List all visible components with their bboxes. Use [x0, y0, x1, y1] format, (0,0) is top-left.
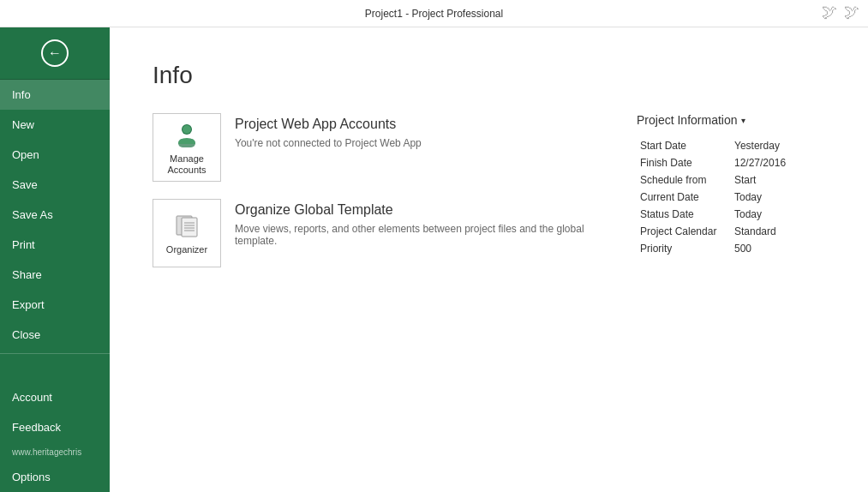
project-info-row: Current Date Today: [637, 189, 825, 206]
project-info-row: Start Date Yesterday: [637, 137, 825, 154]
project-info-label-5: Project Calendar: [637, 223, 731, 240]
manage-accounts-button[interactable]: ManageAccounts: [153, 113, 221, 182]
sidebar-item-share[interactable]: Share: [0, 260, 110, 290]
project-info-panel: Project Information ▾ Start Date Yesterd…: [637, 113, 825, 285]
project-info-value-3: Today: [731, 189, 825, 206]
project-info-label-3: Current Date: [637, 189, 731, 206]
project-info-row: Schedule from Start: [637, 171, 825, 189]
sidebar-item-account[interactable]: Account: [0, 382, 110, 412]
project-info-dropdown-arrow: ▾: [741, 116, 745, 125]
card-organizer-desc: Move views, reports, and other elements …: [235, 223, 602, 247]
card-manage-accounts-desc: You're not connected to Project Web App: [235, 137, 422, 149]
content-area: Info: [110, 27, 868, 492]
organizer-button[interactable]: Organizer: [153, 199, 221, 267]
sidebar-item-export[interactable]: Export: [0, 290, 110, 320]
decorative-birds: 🕊 🕊: [822, 3, 859, 21]
project-info-row: Priority 500: [637, 240, 825, 257]
sidebar-divider: [0, 353, 110, 354]
organizer-label: Organizer: [166, 244, 207, 255]
window-title: Project1 - Project Professional: [365, 8, 503, 20]
svg-point-3: [183, 125, 191, 134]
sidebar-item-print[interactable]: Print: [0, 230, 110, 260]
card-manage-accounts-info: Project Web App Accounts You're not conn…: [235, 113, 422, 149]
project-info-value-2: Start: [731, 171, 825, 189]
project-info-title[interactable]: Project Information ▾: [637, 113, 825, 127]
svg-rect-5: [182, 218, 197, 237]
manage-accounts-label: ManageAccounts: [167, 153, 206, 176]
back-button[interactable]: ←: [0, 27, 110, 80]
sidebar-item-save-as[interactable]: Save As: [0, 200, 110, 230]
project-info-label-1: Finish Date: [637, 154, 731, 171]
project-info-value-6: 500: [731, 240, 825, 257]
main-layout: ← Info New Open Save Save As Print Share…: [0, 27, 868, 492]
project-info-label-4: Status Date: [637, 206, 731, 223]
content-body: ManageAccounts Project Web App Accounts …: [153, 113, 825, 285]
project-info-label-0: Start Date: [637, 137, 731, 154]
card-organizer-title: Organize Global Template: [235, 202, 602, 218]
project-info-row: Status Date Today: [637, 206, 825, 223]
project-info-label-6: Priority: [637, 240, 731, 257]
project-info-value-5: Standard: [731, 223, 825, 240]
card-manage-accounts-title: Project Web App Accounts: [235, 117, 422, 132]
card-manage-accounts: ManageAccounts Project Web App Accounts …: [153, 113, 602, 182]
project-info-row: Finish Date 12/27/2016: [637, 154, 825, 171]
card-organizer: Organizer Organize Global Template Move …: [153, 199, 602, 267]
card-organizer-info: Organize Global Template Move views, rep…: [235, 199, 602, 247]
bird-icon-2: 🕊: [844, 3, 859, 21]
sidebar: ← Info New Open Save Save As Print Share…: [0, 27, 110, 492]
cards-section: ManageAccounts Project Web App Accounts …: [153, 113, 602, 285]
sidebar-item-save[interactable]: Save: [0, 170, 110, 200]
title-bar: Project1 - Project Professional 🕊 🕊: [0, 0, 868, 27]
bird-icon-1: 🕊: [822, 3, 837, 21]
sidebar-item-open[interactable]: Open: [0, 140, 110, 170]
sidebar-bottom: Account Feedback www.heritagechris Optio…: [0, 382, 110, 492]
sidebar-url: www.heritagechris: [0, 442, 110, 462]
project-info-label-2: Schedule from: [637, 171, 731, 189]
person-icon: [171, 119, 202, 150]
project-info-value-1: 12/27/2016: [731, 154, 825, 171]
project-info-row: Project Calendar Standard: [637, 223, 825, 240]
back-circle-icon[interactable]: ←: [41, 39, 69, 67]
project-info-table: Start Date Yesterday Finish Date 12/27/2…: [637, 137, 825, 257]
sidebar-item-close[interactable]: Close: [0, 320, 110, 350]
organizer-icon: [171, 210, 202, 241]
sidebar-item-new[interactable]: New: [0, 110, 110, 140]
page-title: Info: [153, 62, 825, 89]
sidebar-item-info[interactable]: Info: [0, 80, 110, 110]
sidebar-item-options[interactable]: Options: [0, 462, 110, 492]
sidebar-item-feedback[interactable]: Feedback: [0, 412, 110, 442]
project-info-value-4: Today: [731, 206, 825, 223]
project-info-value-0: Yesterday: [731, 137, 825, 154]
